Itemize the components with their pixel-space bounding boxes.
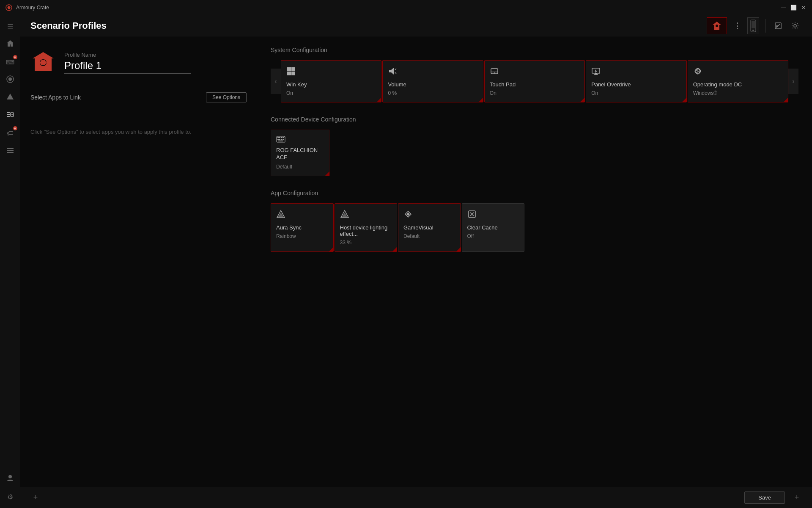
- titlebar-left: Armoury Crate: [5, 4, 49, 11]
- topbar-right: ⋮: [707, 17, 802, 34]
- connected-device-title: Connected Device Configuration: [271, 116, 798, 123]
- svg-rect-21: [287, 67, 291, 71]
- app-title: Armoury Crate: [16, 5, 49, 11]
- gear-icon-button[interactable]: [788, 19, 802, 33]
- operating-mode-corner: [784, 98, 788, 102]
- bottom-bar-left: +: [30, 493, 41, 503]
- see-options-button[interactable]: See Options: [206, 92, 247, 102]
- select-apps-row: Select Apps to Link See Options: [30, 92, 247, 102]
- connected-device-section: Connected Device Configuration: [271, 116, 798, 176]
- svg-rect-39: [281, 137, 282, 138]
- system-cards-row: ‹: [271, 60, 798, 102]
- keyboard-icon: ⌨: [6, 59, 14, 66]
- system-config-title: System Configuration: [271, 47, 798, 53]
- nav-left-arrow[interactable]: ‹: [271, 69, 281, 94]
- device-cards-row: ROG FALCHION ACE Default: [271, 130, 798, 176]
- svg-line-25: [395, 69, 396, 70]
- hint-text: Click "See Options" to select apps you w…: [30, 128, 247, 136]
- sidebar-item-scenario[interactable]: [2, 108, 18, 124]
- gamevisual-card[interactable]: GameVisual Default: [398, 203, 461, 252]
- panel-overdrive-card[interactable]: Panel Overdrive On: [586, 60, 686, 102]
- edit-button[interactable]: [771, 19, 785, 33]
- keyboard-device-icon: [276, 136, 285, 144]
- device-name: ROG FALCHION ACE: [276, 147, 324, 161]
- sidebar-item-armoury[interactable]: [2, 90, 18, 106]
- system-config-section: System Configuration ‹: [271, 47, 798, 102]
- host-lighting-corner: [392, 247, 397, 251]
- sidebar-item-profiles[interactable]: 🏷 H: [2, 125, 18, 141]
- touchpad-name: Touch Pad: [490, 81, 516, 88]
- library-icon: [6, 146, 14, 156]
- win-key-corner: [377, 98, 381, 102]
- svg-line-26: [395, 72, 396, 74]
- add-left-button[interactable]: +: [30, 493, 41, 503]
- volume-corner: [479, 98, 483, 102]
- sidebar-item-menu[interactable]: ☰: [2, 19, 18, 35]
- svg-rect-38: [279, 137, 280, 138]
- host-lighting-value: 33 %: [340, 240, 351, 246]
- save-button[interactable]: Save: [744, 491, 785, 504]
- sidebar-item-library[interactable]: [2, 143, 18, 159]
- profiles-icon: 🏷: [7, 130, 14, 137]
- operating-mode-name: Operating mode DC: [693, 81, 742, 88]
- sidebar-item-home[interactable]: [2, 36, 18, 52]
- win-key-icon: [286, 66, 296, 78]
- gamevisual-value: Default: [403, 233, 420, 239]
- app-config-title: App Configuration: [271, 190, 798, 196]
- sidebar-item-aura[interactable]: [2, 72, 18, 88]
- touchpad-card[interactable]: Touch Pad On: [484, 60, 585, 102]
- host-lighting-name: Host device lighting effect...: [340, 224, 392, 237]
- close-button[interactable]: ✕: [800, 4, 807, 11]
- scroll-area: Profile Name Profile 1 Select Apps to Li…: [20, 36, 812, 487]
- device-icon-button[interactable]: [747, 17, 759, 34]
- clear-cache-card[interactable]: Clear Cache Off: [462, 203, 525, 252]
- svg-rect-11: [7, 152, 14, 153]
- scenario-icon: [6, 110, 14, 121]
- restore-button[interactable]: ⬜: [790, 4, 797, 11]
- nav-right-arrow[interactable]: ›: [788, 69, 798, 94]
- select-apps-label: Select Apps to Link: [30, 94, 81, 101]
- rog-logo-button[interactable]: [707, 17, 727, 34]
- win-key-name: Win Key: [286, 81, 307, 88]
- sidebar-bottom: ⚙: [2, 471, 18, 505]
- profile-name-label: Profile Name: [64, 52, 191, 58]
- touchpad-corner: [580, 98, 584, 102]
- svg-rect-40: [283, 137, 284, 138]
- add-right-button[interactable]: +: [792, 493, 802, 503]
- rog-falchion-card[interactable]: ROG FALCHION ACE Default: [271, 130, 330, 176]
- profile-name-value[interactable]: Profile 1: [64, 60, 191, 74]
- svg-rect-41: [277, 139, 279, 140]
- profile-header: Profile Name Profile 1: [30, 50, 247, 75]
- volume-icon: [388, 66, 397, 78]
- clear-cache-name: Clear Cache: [467, 224, 498, 231]
- gamevisual-icon: [403, 210, 413, 221]
- host-lighting-icon: [340, 210, 349, 221]
- device-corner: [325, 171, 329, 176]
- svg-rect-5: [7, 114, 10, 115]
- host-lighting-card[interactable]: Host device lighting effect... 33 %: [335, 203, 398, 252]
- app-body: ☰ ⌨ H: [0, 15, 812, 508]
- operating-mode-card[interactable]: Operating mode DC Windows®: [688, 60, 788, 102]
- config-panel: System Configuration ‹: [257, 36, 812, 487]
- bottom-bar: + Save +: [20, 487, 812, 508]
- aura-sync-card[interactable]: Aura Sync Rainbow: [271, 203, 334, 252]
- profiles-badge: H: [13, 126, 17, 130]
- profile-panel: Profile Name Profile 1 Select Apps to Li…: [20, 36, 257, 487]
- operating-mode-value: Windows®: [693, 90, 718, 96]
- system-cards-container: Win Key On: [281, 60, 788, 102]
- account-icon: [6, 474, 14, 484]
- sidebar-item-keyboard[interactable]: ⌨ H: [2, 54, 18, 70]
- volume-card[interactable]: Volume 0 %: [382, 60, 483, 102]
- app-cards-container: Aura Sync Rainbow: [271, 203, 524, 252]
- profile-avatar: [30, 50, 56, 75]
- win-key-card[interactable]: Win Key On: [281, 60, 381, 102]
- sidebar-item-settings[interactable]: ⚙: [2, 489, 18, 505]
- more-options-button[interactable]: ⋮: [730, 19, 744, 33]
- device-value: Default: [276, 164, 292, 170]
- page-title: Scenario Profiles: [30, 20, 107, 31]
- svg-rect-44: [283, 139, 284, 140]
- sidebar-item-account[interactable]: [2, 471, 18, 487]
- minimize-button[interactable]: —: [780, 4, 787, 11]
- svg-rect-16: [752, 21, 755, 28]
- svg-point-19: [794, 25, 796, 27]
